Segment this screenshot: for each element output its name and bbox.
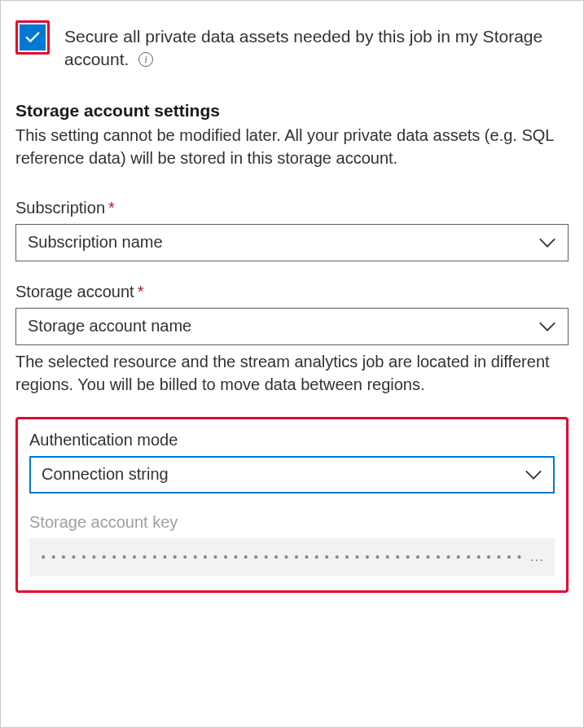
storage-key-input: ••••••••••••••••••••••••••••••••••••••••… <box>29 538 555 576</box>
secure-assets-checkbox[interactable] <box>20 24 46 50</box>
storage-account-field: Storage account* Storage account name Th… <box>15 283 569 396</box>
storage-account-label: Storage account* <box>15 283 569 301</box>
section-heading: Storage account settings <box>15 101 569 121</box>
storage-account-select[interactable]: Storage account name <box>15 308 569 345</box>
subscription-select[interactable]: Subscription name <box>15 224 569 261</box>
checkbox-highlight <box>15 20 50 55</box>
info-icon[interactable]: i <box>138 52 153 67</box>
auth-mode-select[interactable]: Connection string <box>29 456 555 493</box>
section-description: This setting cannot be modified later. A… <box>15 124 569 169</box>
subscription-value: Subscription name <box>28 233 163 252</box>
auth-mode-field: Authentication mode Connection string <box>29 431 555 493</box>
secure-assets-label-text: Secure all private data assets needed by… <box>64 27 542 68</box>
secure-assets-label: Secure all private data assets needed by… <box>64 20 569 72</box>
storage-account-label-text: Storage account <box>15 283 134 300</box>
storage-key-masked-value: ••••••••••••••••••••••••••••••••••••••••… <box>40 550 526 564</box>
storage-key-field: Storage account key ••••••••••••••••••••… <box>29 513 555 576</box>
storage-account-helper: The selected resource and the stream ana… <box>15 350 569 396</box>
subscription-field: Subscription* Subscription name <box>15 199 569 261</box>
secure-assets-row: Secure all private data assets needed by… <box>15 20 569 72</box>
required-indicator: * <box>138 283 144 300</box>
auth-mode-label: Authentication mode <box>29 431 555 450</box>
storage-account-value: Storage account name <box>28 317 191 335</box>
required-indicator: * <box>108 199 115 217</box>
storage-key-label: Storage account key <box>29 513 555 532</box>
chevron-down-icon <box>525 469 542 480</box>
auth-mode-value: Connection string <box>42 465 169 484</box>
ellipsis-icon: … <box>526 548 544 565</box>
chevron-down-icon <box>538 321 556 332</box>
authentication-section-highlight: Authentication mode Connection string St… <box>15 417 569 593</box>
storage-settings-panel: Secure all private data assets needed by… <box>0 0 584 728</box>
subscription-label: Subscription* <box>15 199 569 217</box>
subscription-label-text: Subscription <box>15 199 105 217</box>
chevron-down-icon <box>538 237 556 248</box>
checkmark-icon <box>24 29 42 46</box>
